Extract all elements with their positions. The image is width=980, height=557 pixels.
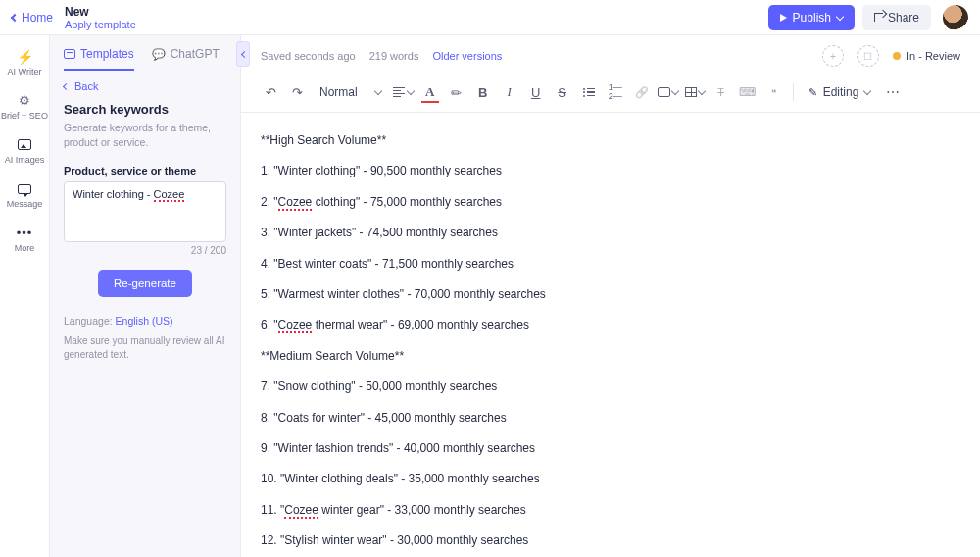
doc-line: 1. "Winter clothing" - 90,500 monthly se…: [261, 163, 960, 179]
chevron-left-icon: [11, 13, 19, 21]
insert-table-button[interactable]: [683, 80, 707, 104]
templates-icon: [64, 49, 75, 59]
bullet-list-icon: [583, 88, 595, 97]
document-body[interactable]: **High Search Volume**1. "Winter clothin…: [241, 113, 980, 557]
chevron-down-icon: [863, 86, 871, 94]
gear-icon: [17, 93, 32, 109]
saved-status: Saved seconds ago: [261, 50, 356, 62]
strikethrough-button[interactable]: S: [551, 80, 574, 104]
app-header: Home New Apply template Publish Share: [0, 0, 980, 35]
chevron-down-icon: [836, 12, 844, 20]
chevron-down-icon: [697, 86, 705, 94]
bold-button[interactable]: B: [471, 80, 495, 104]
doc-line: 11. "Cozee winter gear" - 33,000 monthly…: [261, 502, 960, 519]
title-block: New Apply template: [65, 5, 136, 30]
rail-ai-images[interactable]: AI Images: [0, 133, 49, 170]
editing-mode-select[interactable]: Editing: [801, 85, 879, 99]
panel-title: Search keywords: [64, 102, 226, 117]
doc-line: 10. "Winter clothing deals" - 35,000 mon…: [261, 471, 960, 487]
chat-icon: [152, 47, 166, 61]
chevron-down-icon: [671, 86, 679, 94]
table-icon: [685, 87, 697, 97]
more-options-button[interactable]: [881, 80, 905, 104]
tab-templates[interactable]: Templates: [64, 47, 134, 71]
text-color-button[interactable]: A: [418, 80, 442, 104]
image-icon: [658, 87, 670, 97]
rail-ai-writer[interactable]: AI Writer: [0, 45, 49, 81]
chevron-left-icon: [63, 82, 70, 89]
older-versions-link[interactable]: Older versions: [432, 50, 502, 62]
left-rail: AI Writer Brief + SEO AI Images Message …: [0, 35, 50, 557]
doc-line: **Medium Search Volume**: [261, 348, 960, 365]
language-link[interactable]: English (US): [116, 315, 173, 327]
redo-button[interactable]: [285, 80, 309, 104]
numbered-list-icon: 1—2—: [609, 83, 622, 101]
link-button[interactable]: [630, 80, 654, 104]
doc-line: 6. "Cozee thermal wear" - 69,000 monthly…: [261, 317, 960, 333]
add-date-button[interactable]: ☐: [858, 45, 879, 67]
home-label: Home: [22, 11, 53, 25]
panel-description: Generate keywords for a theme, product o…: [64, 121, 226, 149]
theme-input[interactable]: Winter clothing - Cozee: [64, 181, 226, 242]
italic-button[interactable]: I: [498, 80, 521, 104]
home-link[interactable]: Home: [12, 11, 53, 25]
add-assignee-button[interactable]: +: [822, 45, 844, 67]
pencil-icon: [808, 85, 817, 99]
rail-brief-seo[interactable]: Brief + SEO: [0, 89, 49, 126]
status-pill[interactable]: In - Review: [893, 50, 960, 62]
doc-line: 9. "Winter fashion trends" - 40,000 mont…: [261, 440, 960, 457]
doc-line: **High Search Volume**: [261, 132, 960, 149]
char-counter: 23 / 200: [64, 245, 226, 256]
more-icon: •••: [17, 226, 32, 241]
underline-button[interactable]: U: [524, 80, 548, 104]
align-left-icon: [393, 87, 405, 97]
document-title[interactable]: New: [65, 5, 136, 19]
doc-line: 5. "Warmest winter clothes" - 70,000 mon…: [261, 286, 960, 303]
image-icon: [18, 139, 31, 150]
bullet-list-button[interactable]: [577, 80, 601, 104]
rail-more[interactable]: ••• More: [0, 222, 49, 258]
toolbar-separator: [793, 83, 794, 101]
doc-line: 2. "Cozee clothing" - 75,000 monthly sea…: [261, 194, 960, 211]
doc-line: 8. "Coats for winter" - 45,000 monthly s…: [261, 410, 960, 427]
review-note: Make sure you manually review all AI gen…: [64, 334, 226, 362]
heading-select[interactable]: Normal: [312, 85, 389, 99]
regenerate-button[interactable]: Re-generate: [98, 270, 192, 297]
avatar[interactable]: [943, 5, 968, 30]
align-button[interactable]: [392, 80, 416, 104]
highlight-button[interactable]: [445, 80, 468, 104]
message-icon: [18, 184, 31, 194]
numbered-list-button[interactable]: 1—2—: [604, 80, 627, 104]
editor-meta: Saved seconds ago 219 words Older versio…: [241, 35, 980, 67]
side-tabs: Templates ChatGPT: [50, 35, 240, 71]
share-button[interactable]: Share: [862, 5, 931, 30]
chevron-down-icon: [373, 86, 381, 94]
share-label: Share: [888, 11, 919, 25]
status-dot-icon: [893, 52, 901, 60]
insert-image-button[interactable]: [657, 80, 680, 104]
bolt-icon: [17, 49, 32, 65]
side-panel: Templates ChatGPT Back Search keywords G…: [50, 35, 241, 557]
quote-button[interactable]: [762, 80, 786, 104]
publish-label: Publish: [793, 11, 831, 25]
apply-template-link[interactable]: Apply template: [65, 19, 136, 30]
editor-toolbar: Normal A B I U S 1—2—: [241, 73, 980, 113]
code-button[interactable]: [736, 80, 760, 104]
play-icon: [780, 14, 787, 22]
editor-area: Saved seconds ago 219 words Older versio…: [241, 35, 980, 557]
back-link[interactable]: Back: [50, 71, 240, 102]
language-row: Language: English (US): [64, 315, 226, 327]
doc-line: 4. "Best winter coats" - 71,500 monthly …: [261, 256, 960, 273]
clear-format-button[interactable]: [710, 80, 733, 104]
rail-message[interactable]: Message: [0, 177, 49, 214]
tab-chatgpt[interactable]: ChatGPT: [152, 47, 220, 71]
chevron-down-icon: [407, 86, 415, 94]
doc-line: 3. "Winter jackets" - 74,500 monthly sea…: [261, 225, 960, 241]
undo-button[interactable]: [259, 80, 282, 104]
publish-button[interactable]: Publish: [768, 5, 855, 30]
doc-line: 12. "Stylish winter wear" - 30,000 month…: [261, 532, 960, 549]
word-count: 219 words: [369, 50, 419, 62]
doc-line: 7. "Snow clothing" - 50,000 monthly sear…: [261, 379, 960, 395]
field-label: Product, service or theme: [64, 165, 226, 177]
share-icon: [874, 13, 883, 22]
